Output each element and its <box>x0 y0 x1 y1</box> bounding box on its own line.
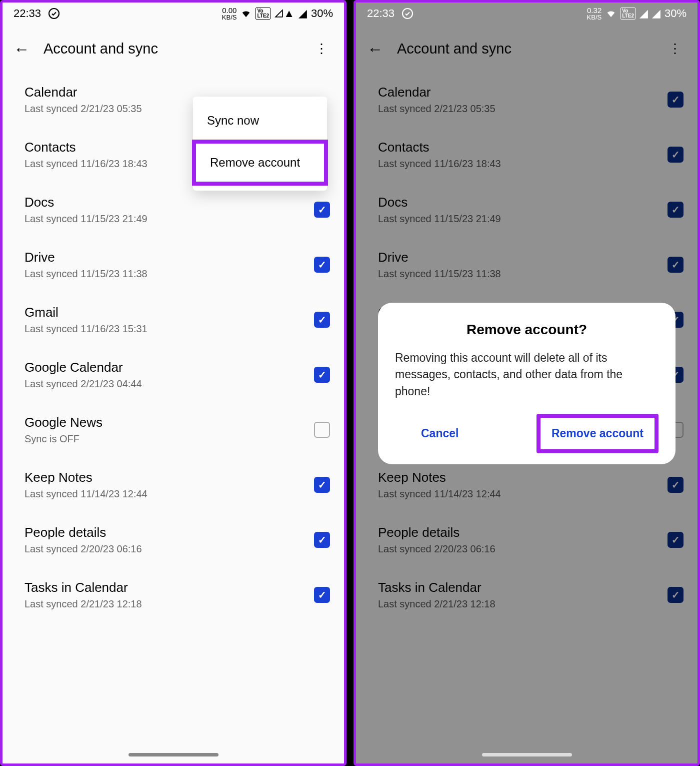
gesture-bar[interactable] <box>482 753 572 756</box>
checkmark-icon: ✓ <box>318 369 326 381</box>
status-time: 22:33 <box>14 7 41 20</box>
volte-badge: VoLTE2 <box>620 8 636 20</box>
signal-icon-2: ◢ <box>298 7 307 20</box>
sync-checkbox[interactable]: ✓ <box>314 367 330 383</box>
sync-item-subtitle: Last synced 11/15/23 21:49 <box>24 213 148 225</box>
sync-checkbox[interactable]: ✓ <box>314 477 330 493</box>
signal-icon-2: ◢ <box>652 7 660 20</box>
checkmark-icon: ✓ <box>318 259 326 271</box>
menu-remove-account[interactable]: Remove account <box>192 140 328 186</box>
screenshot-right: 22:33 0.32KB/S VoLTE2 ◢ ◢ 30% ← Account … <box>354 0 700 766</box>
sync-item-subtitle: Last synced 11/15/23 11:38 <box>24 268 148 280</box>
status-bar: 22:33 0.32KB/S VoLTE2 ◢ ◢ 30% <box>356 3 698 25</box>
sync-checkbox[interactable]: ✓ <box>314 532 330 548</box>
data-rate: 0.32KB/S <box>587 7 602 21</box>
sync-item-subtitle: Last synced 11/14/23 12:44 <box>24 488 148 500</box>
overflow-menu-icon[interactable]: ⋮ <box>310 44 333 54</box>
sync-item-subtitle: Last synced 11/16/23 18:43 <box>24 158 148 170</box>
sync-checkbox[interactable]: ✓ <box>314 257 330 273</box>
wifi-icon <box>240 8 252 19</box>
checkmark-icon: ✓ <box>318 479 326 491</box>
overflow-popup: Sync now Remove account <box>193 97 327 191</box>
checkmark-circle-icon <box>402 8 414 20</box>
page-title: Account and sync <box>44 41 296 57</box>
confirm-highlight: Remove account <box>536 414 658 453</box>
checkmark-icon: ✓ <box>318 589 326 601</box>
dialog-title: Remove account? <box>395 322 658 338</box>
sync-item-title: People details <box>24 525 142 540</box>
sync-item-title: Gmail <box>24 305 148 320</box>
checkmark-icon: ✓ <box>318 204 326 216</box>
sync-item[interactable]: People detailsLast synced 2/20/23 06:16✓ <box>2 512 344 567</box>
cancel-button[interactable]: Cancel <box>410 418 470 449</box>
sync-item[interactable]: Google NewsSync is OFF <box>2 402 344 457</box>
sync-item-title: Google News <box>24 415 102 430</box>
sync-checkbox[interactable]: ✓ <box>314 312 330 328</box>
remove-account-dialog: Remove account? Removing this account wi… <box>378 303 676 464</box>
app-bar: ← Account and sync ⋮ <box>2 25 344 70</box>
checkmark-circle-icon <box>48 8 60 20</box>
sync-item[interactable]: GmailLast synced 11/16/23 15:31✓ <box>2 292 344 347</box>
battery-percent: 30% <box>311 7 333 20</box>
menu-sync-now[interactable]: Sync now <box>193 102 327 140</box>
sync-item[interactable]: Tasks in CalendarLast synced 2/21/23 12:… <box>2 567 344 622</box>
sync-item[interactable]: Google CalendarLast synced 2/21/23 04:44… <box>2 347 344 402</box>
sync-item-subtitle: Last synced 2/21/23 12:18 <box>24 598 142 610</box>
sync-item-subtitle: Sync is OFF <box>24 433 102 445</box>
sync-item-subtitle: Last synced 2/20/23 06:16 <box>24 543 142 555</box>
signal-icon-1: ◢ <box>640 7 648 20</box>
dialog-body: Removing this account will delete all of… <box>395 350 658 400</box>
sync-item-subtitle: Last synced 11/16/23 15:31 <box>24 323 148 335</box>
sync-checkbox[interactable]: ✓ <box>314 202 330 218</box>
sync-item[interactable]: Keep NotesLast synced 11/14/23 12:44✓ <box>2 457 344 512</box>
gesture-bar[interactable] <box>128 753 218 756</box>
sync-item-title: Calendar <box>24 85 142 100</box>
sync-checkbox[interactable]: ✓ <box>314 587 330 603</box>
status-time: 22:33 <box>367 7 394 20</box>
checkmark-icon: ✓ <box>318 314 326 326</box>
checkmark-icon: ✓ <box>318 534 326 546</box>
sync-item-title: Docs <box>24 195 148 210</box>
volte-badge: VoLTE2 <box>256 8 270 20</box>
sync-checkbox[interactable] <box>314 422 330 438</box>
dialog-actions: Cancel Remove account <box>395 414 658 453</box>
back-arrow-icon[interactable]: ← <box>14 41 30 57</box>
sync-item-subtitle: Last synced 2/21/23 05:35 <box>24 103 142 115</box>
remove-account-button[interactable]: Remove account <box>540 418 654 449</box>
sync-item-title: Keep Notes <box>24 470 148 485</box>
signal-icon-1: ▲ <box>274 7 294 20</box>
sync-item-title: Google Calendar <box>24 360 142 375</box>
sync-item-title: Tasks in Calendar <box>24 580 142 595</box>
battery-percent: 30% <box>664 7 686 20</box>
data-rate: 0.00KB/S <box>222 7 237 21</box>
sync-item[interactable]: DriveLast synced 11/15/23 11:38✓ <box>2 237 344 292</box>
status-bar: 22:33 0.00KB/S VoLTE2 ▲ ◢ 30% <box>2 3 344 25</box>
wifi-icon <box>606 8 616 19</box>
sync-item-title: Contacts <box>24 140 148 155</box>
sync-item-title: Drive <box>24 250 148 265</box>
screenshot-left: 22:33 0.00KB/S VoLTE2 ▲ ◢ 30% ← Account … <box>0 0 346 766</box>
sync-item-subtitle: Last synced 2/21/23 04:44 <box>24 378 142 390</box>
